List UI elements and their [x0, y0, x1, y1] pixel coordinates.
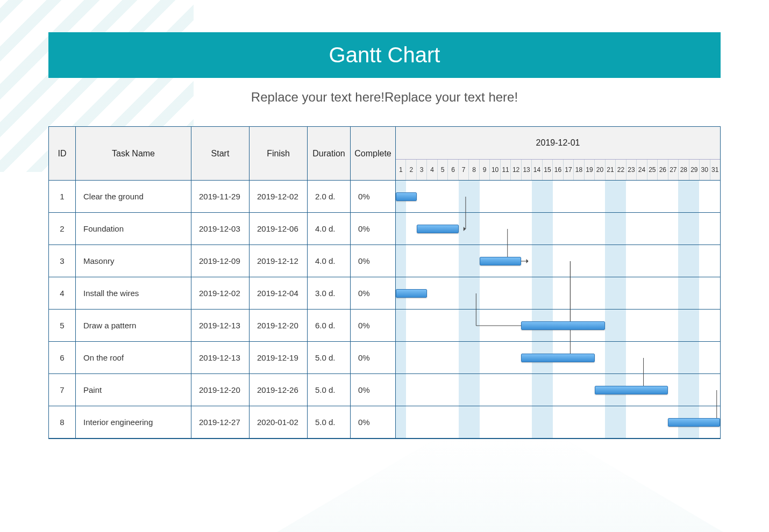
- cell-finish: 2019-12-02: [250, 181, 308, 213]
- timeline-day: 15: [542, 160, 552, 180]
- timeline-day: 17: [563, 160, 573, 180]
- timeline-day: 19: [584, 160, 594, 180]
- cell-start: 2019-12-02: [191, 277, 250, 310]
- title-bar: Gantt Chart: [48, 32, 721, 78]
- timeline-day: 30: [699, 160, 709, 180]
- cell-complete: 0%: [351, 406, 396, 438]
- cell-duration: 6.0 d.: [308, 310, 351, 342]
- gantt-chart: ID Task Name Start Finish Duration Compl…: [48, 126, 721, 439]
- timeline-day: 25: [647, 160, 657, 180]
- header-row: ID Task Name Start Finish Duration Compl…: [49, 127, 720, 181]
- timeline-day: 28: [678, 160, 688, 180]
- task-row: 7Paint2019-12-202019-12-265.0 d.0%: [49, 374, 720, 406]
- header-duration: Duration: [308, 127, 351, 181]
- header-finish: Finish: [250, 127, 308, 181]
- timeline-day: 5: [437, 160, 447, 180]
- cell-start: 2019-12-03: [191, 213, 250, 245]
- cell-id: 8: [49, 406, 76, 438]
- cell-id: 5: [49, 310, 76, 342]
- gantt-bar[interactable]: [521, 354, 594, 362]
- cell-task-name: Draw a pattern: [76, 310, 191, 342]
- cell-id: 7: [49, 374, 76, 406]
- cell-id: 1: [49, 181, 76, 213]
- cell-task-name: Paint: [76, 374, 191, 406]
- cell-task-name: On the roof: [76, 342, 191, 374]
- timeline-day: 24: [636, 160, 646, 180]
- gantt-bar[interactable]: [417, 225, 459, 233]
- cell-gantt: [396, 213, 720, 245]
- cell-start: 2019-12-27: [191, 406, 250, 438]
- cell-id: 6: [49, 342, 76, 374]
- cell-duration: 4.0 d.: [308, 213, 351, 245]
- timeline-day: 9: [479, 160, 489, 180]
- cell-task-name: Install the wires: [76, 277, 191, 310]
- timeline-day: 10: [489, 160, 500, 180]
- gantt-bar[interactable]: [668, 418, 720, 427]
- timeline-day: 8: [468, 160, 479, 180]
- gantt-bar[interactable]: [521, 321, 605, 330]
- timeline-day: 11: [500, 160, 510, 180]
- cell-gantt: [396, 374, 720, 406]
- gantt-bar[interactable]: [595, 386, 668, 394]
- timeline-day-labels: 1234567891011121314151617181920212223242…: [396, 160, 720, 180]
- cell-duration: 5.0 d.: [308, 374, 351, 406]
- cell-complete: 0%: [351, 277, 396, 310]
- header-id: ID: [49, 127, 76, 181]
- cell-complete: 0%: [351, 310, 396, 342]
- timeline-day: 20: [594, 160, 604, 180]
- cell-duration: 2.0 d.: [308, 181, 351, 213]
- task-row: 8Interior engineering2019-12-272020-01-0…: [49, 406, 720, 438]
- cell-task-name: Masonry: [76, 245, 191, 277]
- timeline-month-label: 2019-12-01: [396, 127, 720, 160]
- cell-duration: 3.0 d.: [308, 277, 351, 310]
- timeline-day: 21: [605, 160, 615, 180]
- cell-complete: 0%: [351, 245, 396, 277]
- task-row: 4Install the wires2019-12-022019-12-043.…: [49, 277, 720, 310]
- cell-finish: 2019-12-12: [250, 245, 308, 277]
- cell-task-name: Interior engineering: [76, 406, 191, 438]
- gantt-bar[interactable]: [396, 289, 427, 298]
- timeline-day: 29: [689, 160, 699, 180]
- cell-duration: 5.0 d.: [308, 342, 351, 374]
- task-row: 5Draw a pattern2019-12-132019-12-206.0 d…: [49, 310, 720, 342]
- cell-gantt: [396, 245, 720, 277]
- timeline-day: 4: [426, 160, 437, 180]
- cell-finish: 2019-12-26: [250, 374, 308, 406]
- cell-finish: 2019-12-20: [250, 310, 308, 342]
- timeline-day: 16: [552, 160, 562, 180]
- cell-start: 2019-11-29: [191, 181, 250, 213]
- page: Gantt Chart Replace your text here!Repla…: [0, 0, 769, 461]
- gantt-bar[interactable]: [480, 257, 522, 265]
- header-timeline: 2019-12-01 12345678910111213141516171819…: [396, 127, 720, 181]
- timeline-day: 31: [710, 160, 720, 180]
- timeline-day: 2: [405, 160, 416, 180]
- subtitle: Replace your text here!Replace your text…: [48, 90, 721, 105]
- cell-start: 2019-12-20: [191, 374, 250, 406]
- cell-complete: 0%: [351, 374, 396, 406]
- timeline-day: 12: [510, 160, 521, 180]
- timeline-day: 7: [458, 160, 468, 180]
- cell-gantt: [396, 181, 720, 213]
- cell-task-name: Clear the ground: [76, 181, 191, 213]
- timeline-day: 27: [668, 160, 678, 180]
- timeline-day: 1: [396, 160, 405, 180]
- cell-finish: 2019-12-19: [250, 342, 308, 374]
- timeline-day: 14: [531, 160, 542, 180]
- cell-id: 2: [49, 213, 76, 245]
- timeline-day: 22: [615, 160, 625, 180]
- task-row: 6On the roof2019-12-132019-12-195.0 d.0%: [49, 342, 720, 374]
- cell-start: 2019-12-13: [191, 310, 250, 342]
- gantt-bar[interactable]: [396, 192, 417, 201]
- task-row: 3Masonry2019-12-092019-12-124.0 d.0%: [49, 245, 720, 277]
- cell-duration: 5.0 d.: [308, 406, 351, 438]
- timeline-day: 6: [447, 160, 458, 180]
- cell-id: 3: [49, 245, 76, 277]
- task-row: 1Clear the ground2019-11-292019-12-022.0…: [49, 181, 720, 213]
- header-complete: Complete: [351, 127, 396, 181]
- cell-finish: 2019-12-06: [250, 213, 308, 245]
- cell-start: 2019-12-09: [191, 245, 250, 277]
- cell-duration: 4.0 d.: [308, 245, 351, 277]
- task-row: 2Foundation2019-12-032019-12-064.0 d.0%: [49, 213, 720, 245]
- timeline-day: 3: [416, 160, 426, 180]
- cell-id: 4: [49, 277, 76, 310]
